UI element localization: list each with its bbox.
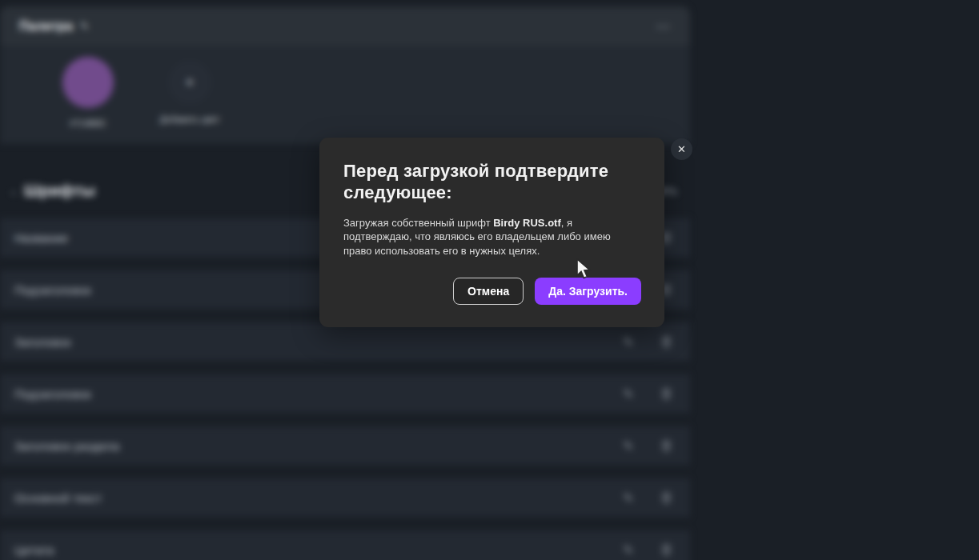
body-prefix: Загружая собственный шрифт <box>343 217 493 229</box>
dialog-body-text: Загружая собственный шрифт Birdy RUS.otf… <box>343 216 625 258</box>
close-icon[interactable]: ✕ <box>671 138 692 160</box>
confirm-upload-button[interactable]: Да. Загрузить. <box>535 278 641 305</box>
cancel-button[interactable]: Отмена <box>453 278 524 305</box>
font-upload-confirm-dialog: Перед загрузкой подтвердите следующее: З… <box>319 138 664 327</box>
dialog-title: Перед загрузкой подтвердите следующее: <box>343 161 640 204</box>
font-filename: Birdy RUS.otf <box>493 217 561 229</box>
modal-layer: ✕ Перед загрузкой подтвердите следующее:… <box>0 0 979 560</box>
dialog-buttons: Отмена Да. Загрузить. <box>453 278 641 305</box>
